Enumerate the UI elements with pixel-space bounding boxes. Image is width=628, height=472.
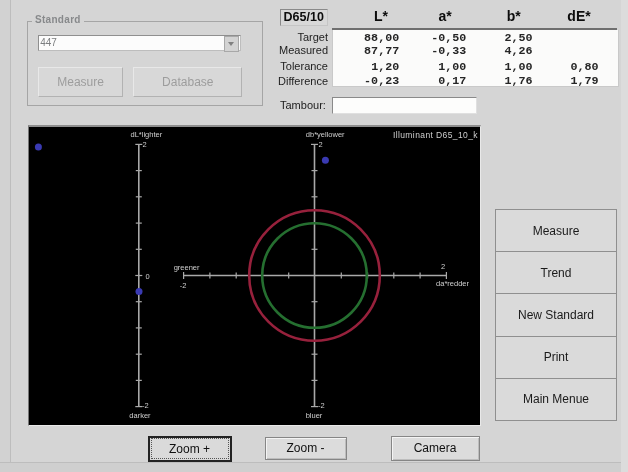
svg-text:dL*lighter: dL*lighter [131, 130, 163, 139]
svg-text:Illuminant D65_10_k: Illuminant D65_10_k [393, 130, 478, 140]
svg-text:da*redder: da*redder [436, 279, 469, 288]
svg-text:-2: -2 [180, 281, 187, 290]
svg-text:bluer: bluer [306, 411, 323, 420]
svg-text:db*yellower: db*yellower [306, 130, 345, 139]
svg-text:0: 0 [146, 272, 150, 281]
svg-text:2: 2 [441, 262, 445, 271]
svg-text:2: 2 [143, 140, 147, 149]
svg-text:greener: greener [174, 263, 200, 272]
svg-text:-2: -2 [142, 401, 149, 410]
svg-text:2: 2 [319, 140, 323, 149]
svg-text:darker: darker [129, 411, 151, 420]
svg-text:-2: -2 [318, 401, 325, 410]
